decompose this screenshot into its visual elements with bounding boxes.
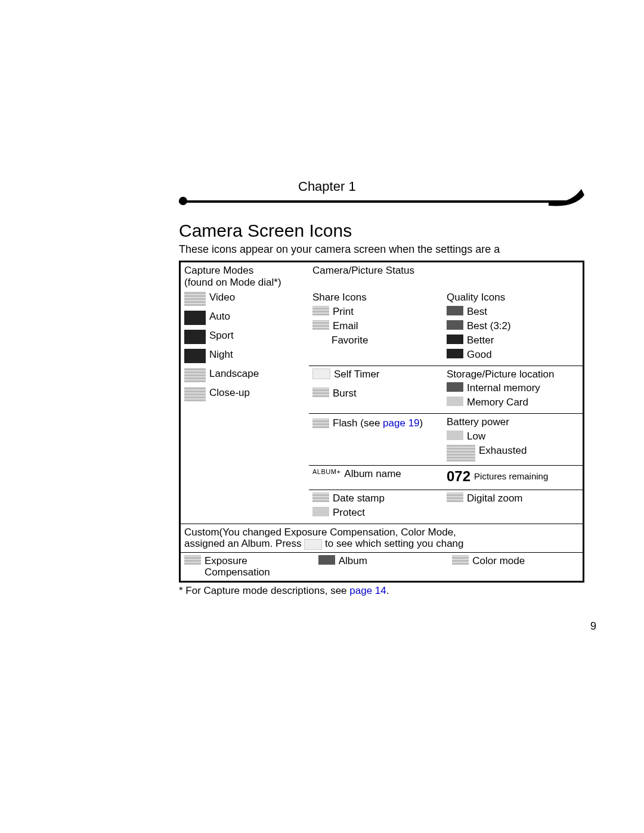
quality-better: Better — [447, 335, 579, 348]
sport-icon — [184, 330, 206, 344]
mode-label: Sport — [209, 330, 234, 342]
bottom-row: Exposure Compensation Album Color mode — [181, 552, 583, 581]
good-icon — [447, 349, 463, 358]
footnote-text: * For Capture mode descriptions, see — [179, 585, 349, 596]
print-icon — [312, 306, 329, 315]
best32-icon — [447, 320, 463, 330]
mode-closeup: Close-up — [184, 387, 305, 404]
remaining-label: Pictures remaining — [474, 472, 548, 481]
exposure-icon — [184, 555, 201, 565]
album-label-bottom: Album — [339, 555, 367, 567]
share-favorite: Favorite — [312, 335, 439, 348]
custom-line2a: assigned an Album. Press — [184, 538, 304, 549]
mode-landscape: Landscape — [184, 368, 305, 385]
storage-cell: Storage/Picture location Internal memory… — [443, 366, 583, 414]
diagram-header-row: Capture Modes (found on Mode dial*) Came… — [181, 262, 583, 289]
share-print: Print — [312, 306, 439, 319]
self-timer-cell: Self Timer Burst — [309, 366, 443, 414]
footnote-link[interactable]: page 14 — [349, 585, 386, 596]
album-cell-bottom: Album — [315, 553, 449, 581]
quality-icons-heading: Quality Icons — [447, 292, 579, 304]
night-icon — [184, 349, 206, 363]
flash-icon — [312, 419, 329, 428]
mode-auto: Auto — [184, 311, 305, 327]
custom-line1: (You changed Exposure Compensation, Colo… — [219, 527, 456, 538]
content-area: Chapter 1 Camera Screen Icons These icon… — [179, 191, 596, 597]
quality-label: Best (3:2) — [467, 320, 511, 332]
flash-page-link[interactable]: page 19 — [383, 417, 419, 429]
mode-sport: Sport — [184, 330, 305, 346]
icons-diagram: Capture Modes (found on Mode dial*) Came… — [179, 261, 584, 583]
share-label: Print — [333, 306, 354, 318]
color-mode-icon — [452, 555, 469, 565]
auto-icon — [184, 311, 206, 325]
quality-label: Best — [467, 306, 487, 318]
date-stamp: Date stamp — [312, 493, 439, 506]
quality-best-32: Best (3:2) — [447, 320, 579, 333]
battery-cell: Battery power Low Exhausted — [443, 414, 583, 465]
date-protect-row: Date stamp Protect Digital zoom — [309, 490, 583, 524]
battery-heading: Battery power — [447, 416, 579, 428]
email-icon — [312, 320, 329, 330]
exposure-cell: Exposure Compensation — [181, 553, 315, 581]
digital-zoom-icon — [447, 493, 463, 502]
self-timer: Self Timer — [312, 368, 439, 385]
battery-exhausted: Exhausted — [447, 445, 579, 462]
mode-label: Landscape — [209, 368, 259, 380]
flash-label: Flash (see — [333, 417, 380, 429]
better-icon — [447, 335, 463, 344]
color-mode-cell: Color mode — [448, 553, 583, 581]
timer-storage-row: Self Timer Burst Storage/Picture locatio… — [309, 366, 583, 414]
share-label: Email — [333, 320, 358, 332]
mode-video: Video — [184, 292, 305, 308]
digital-zoom-cell: Digital zoom — [443, 490, 583, 524]
protect-icon — [312, 507, 329, 516]
section-subtitle: These icons appear on your camera screen… — [179, 243, 596, 256]
capture-modes-subheading: (found on Mode dial*) — [184, 277, 305, 289]
status-area: Share Icons Print Email Favorite — [309, 289, 583, 524]
internal-memory: Internal memory — [447, 382, 579, 395]
memory-card: Memory Card — [447, 397, 579, 410]
manual-page: Chapter 1 Camera Screen Icons These icon… — [0, 0, 644, 833]
flash-row: Flash (see page 19) — [312, 417, 439, 429]
mode-label: Video — [209, 292, 235, 304]
storage-label: Memory Card — [467, 397, 528, 408]
battery-low: Low — [447, 431, 579, 444]
date-protect-cell: Date stamp Protect — [309, 490, 443, 524]
mode-label: Close-up — [209, 387, 250, 399]
diagram-middle: Video Auto Sport Night — [181, 289, 583, 524]
mode-night: Night — [184, 349, 305, 366]
internal-memory-icon — [447, 382, 463, 392]
remaining-count: 072 — [447, 468, 470, 485]
digital-zoom: Digital zoom — [447, 493, 579, 509]
digital-zoom-label: Digital zoom — [467, 493, 523, 504]
video-icon — [184, 292, 206, 306]
battery-low-icon — [447, 431, 463, 440]
quality-best: Best — [447, 306, 579, 319]
page-number: 9 — [590, 620, 596, 633]
flash-battery-row: Flash (see page 19) Battery power Low — [309, 413, 583, 465]
rule-line — [179, 200, 572, 203]
quality-icons-cell: Quality Icons Best Best (3:2) — [443, 289, 583, 366]
share-email: Email — [312, 320, 439, 333]
capture-modes-list: Video Auto Sport Night — [181, 289, 309, 524]
quality-label: Better — [467, 335, 494, 346]
album-cell: ALBUM+ Album name — [309, 466, 443, 490]
closeup-icon — [184, 387, 206, 401]
battery-label: Low — [467, 431, 485, 442]
press-button-icon — [304, 539, 322, 550]
capture-modes-heading: Capture Modes — [184, 265, 305, 277]
battery-label: Exhausted — [479, 445, 527, 457]
album-icon — [318, 555, 335, 565]
memory-card-icon — [447, 397, 463, 406]
pictures-remaining: 072 Pictures remaining — [447, 468, 579, 485]
album-pictures-row: ALBUM+ Album name 072 Pictures remaining — [309, 465, 583, 490]
self-timer-icon — [312, 368, 330, 379]
exposure-label: Exposure Compensation — [205, 555, 311, 578]
mode-label: Night — [209, 349, 233, 361]
custom-line2b: to see which setting you chang — [325, 538, 463, 549]
custom-prefix: Custom — [184, 527, 219, 538]
burst: Burst — [312, 388, 439, 404]
quality-label: Good — [467, 349, 492, 361]
burst-icon — [312, 388, 329, 397]
